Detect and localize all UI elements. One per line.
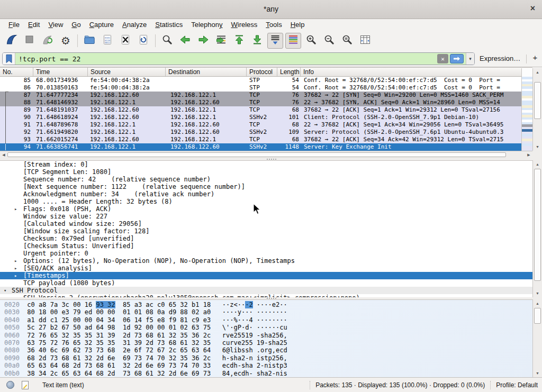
detail-line[interactable]: ▾SSH Protocol (0, 287, 532, 294)
menu-go[interactable]: Go (67, 20, 85, 30)
scroll-left-icon[interactable]: ◀ (0, 151, 7, 158)
go-to-packet-button[interactable] (213, 33, 229, 49)
scrollbar-thumb[interactable] (7, 152, 506, 157)
hex-row[interactable]: 0050 5c 27 b2 67 50 ad 64 98 1d 92 00 00… (4, 324, 532, 331)
filter-apply-button[interactable] (450, 54, 464, 63)
menu-telephony[interactable]: Telephony (187, 20, 227, 30)
filter-value[interactable]: !tcp.port == 22 (19, 55, 437, 63)
restart-capture-button[interactable] (40, 33, 56, 49)
scrollbar-thumb[interactable] (534, 169, 541, 281)
hex-row[interactable]: 0020 c0 a8 7a 3c 00 16 93 32 85 a3 ac c0… (4, 301, 532, 308)
hex-row[interactable]: 0090 68 2d 73 68 61 32 2d 6e 69 73 74 70… (4, 354, 532, 362)
column-header-destination[interactable]: Destination (166, 68, 247, 76)
filter-clear-button[interactable]: ✕ (437, 54, 448, 63)
detail-line[interactable]: ▸Options: (12 bytes), No-Operation (NOP)… (0, 257, 532, 265)
column-header-length[interactable]: Length (277, 68, 301, 76)
window-close-icon[interactable]: × (530, 4, 535, 13)
detail-line[interactable]: Acknowledgment number: 34 (relative ack … (0, 190, 532, 198)
detail-line[interactable]: ▸[Timestamps] (0, 272, 532, 279)
expand-arrow-icon[interactable]: ▸ (14, 265, 17, 272)
scroll-up-icon[interactable]: ▲ (533, 300, 542, 307)
menu-view[interactable]: View (44, 20, 67, 30)
hex-row[interactable]: 0070 63 75 72 76 65 32 35 35 31 39 2d 73… (4, 339, 532, 347)
expression-button[interactable]: Expression… (480, 54, 520, 62)
menu-capture[interactable]: Capture (85, 20, 118, 30)
packet-row[interactable]: 9371.662015274192.168.122.60192.168.122.… (0, 136, 521, 143)
detail-line[interactable]: TCP payload (1080 bytes) (0, 279, 532, 287)
detail-line[interactable]: Window size value: 227 (0, 213, 532, 220)
detail-line[interactable]: [Stream index: 0] (0, 161, 532, 168)
packet-list-hscrollbar[interactable]: ◀ ▶ (0, 151, 532, 158)
detail-line[interactable]: ▸[SEQ/ACK analysis] (0, 265, 532, 272)
capture-options-button[interactable]: ⚙ (58, 33, 74, 49)
colorize-packets-button[interactable] (285, 33, 301, 49)
profile-label[interactable]: Profile: Default (496, 381, 538, 389)
column-header-info[interactable]: Info (301, 68, 532, 76)
hex-row[interactable]: 0060 72 76 65 32 35 35 31 39 2d 73 68 61… (4, 332, 532, 339)
reload-capture-file-button[interactable] (136, 33, 151, 49)
packet-row[interactable]: 9071.648618924192.168.122.60192.168.122.… (0, 114, 521, 121)
packet-row[interactable]: 8771.647777234192.168.122.60192.168.122.… (0, 92, 521, 99)
selected-ascii[interactable]: ·2 (245, 301, 252, 308)
packet-row[interactable]: 8670.013850163fe:54:00:d4:38:2aSTP54Conf… (0, 84, 521, 92)
column-header-protocol[interactable]: Protocol (247, 68, 277, 76)
detail-vscrollbar[interactable]: ▲ ▼ (532, 160, 542, 297)
detail-line[interactable]: Sequence number: 42 (relative sequence n… (0, 176, 532, 183)
scroll-down-icon[interactable]: ▼ (533, 143, 542, 150)
display-filter-input[interactable]: !tcp.port == 22 ✕ ▾ (2, 52, 475, 65)
detail-line[interactable]: [TCP Segment Len: 1080] (0, 168, 532, 176)
capture-comment-icon[interactable] (22, 381, 29, 389)
column-header-time[interactable]: Time (33, 68, 88, 76)
detail-line[interactable]: 1000 .... = Header Length: 32 bytes (8) (0, 198, 532, 205)
hex-row[interactable]: 0030 80 18 00 e3 79 ed 00 00 01 01 08 0a… (4, 308, 532, 316)
packet-row[interactable]: 8971.648191037192.168.122.60192.168.122.… (0, 106, 521, 114)
scroll-down-icon[interactable]: ▼ (533, 290, 542, 297)
expert-info-icon[interactable] (6, 381, 14, 389)
packet-row[interactable]: 8568.001734936fe:54:00:d4:38:2aSTP54Conf… (0, 77, 521, 84)
zoom-in-button[interactable] (303, 33, 319, 49)
menu-analyze[interactable]: Analyze (118, 20, 151, 30)
detail-line[interactable]: Checksum: 0x79ed [unverified] (0, 235, 532, 242)
detail-line[interactable]: [Next sequence number: 1122 (relative se… (0, 183, 532, 190)
column-header-no[interactable]: No. (0, 68, 33, 76)
detail-line[interactable]: [Calculated window size: 29056] (0, 220, 532, 227)
selected-bytes[interactable]: 93 32 (96, 301, 115, 308)
menu-edit[interactable]: Edit (24, 20, 44, 30)
scroll-right-icon[interactable]: ▶ (525, 151, 532, 158)
hex-row[interactable]: 0040 a1 dd c1 25 00 00 04 34 06 14 f5 e8… (4, 316, 532, 324)
go-first-packet-button[interactable] (231, 33, 247, 49)
scroll-down-icon[interactable]: ▼ (533, 370, 542, 377)
scroll-up-icon[interactable]: ▲ (533, 69, 542, 76)
go-forward-button[interactable] (195, 33, 211, 49)
menu-file[interactable]: File (4, 20, 24, 30)
detail-line[interactable]: ▸Flags: 0x018 (PSH, ACK) (0, 205, 532, 213)
filter-history-dropdown[interactable]: ▾ (466, 53, 474, 65)
menu-wireless[interactable]: Wireless (227, 20, 262, 30)
close-capture-file-button[interactable] (118, 33, 133, 49)
packet-row[interactable]: 8871.648146932192.168.122.1192.168.122.6… (0, 99, 521, 106)
packet-row[interactable]: 9171.648789678192.168.122.1192.168.122.6… (0, 121, 521, 129)
hex-row[interactable]: 00b0 38 34 2c 65 63 64 68 2d 73 68 61 32… (4, 370, 532, 377)
column-header-source[interactable]: Source (88, 68, 166, 76)
menu-statistics[interactable]: Statistics (151, 20, 187, 30)
menu-help[interactable]: Help (286, 20, 309, 30)
bytes-vscrollbar[interactable]: ▲ ▼ (532, 299, 542, 377)
window-titlebar[interactable]: *any × (0, 0, 542, 19)
go-back-button[interactable] (177, 33, 193, 49)
collapse-arrow-icon[interactable]: ▾ (4, 287, 6, 294)
packet-row[interactable]: 9471.663856741192.168.122.1192.168.122.6… (0, 143, 521, 151)
detail-line[interactable]: [Window size scaling factor: 128] (0, 227, 532, 235)
detail-line[interactable]: [Checksum Status: Unverified] (0, 242, 532, 250)
packet-row[interactable]: 9271.661949820192.168.122.1192.168.122.6… (0, 129, 521, 136)
start-capture-button[interactable] (4, 33, 20, 49)
add-filter-button[interactable]: + (530, 53, 540, 62)
filter-text-area[interactable]: !tcp.port == 22 ✕ (15, 53, 466, 65)
open-capture-file-button[interactable] (82, 33, 97, 49)
expand-arrow-icon[interactable]: ▸ (14, 205, 17, 213)
auto-scroll-button[interactable] (267, 33, 283, 49)
detail-line[interactable]: Urgent pointer: 0 (0, 250, 532, 257)
save-capture-file-button[interactable]: 010101100011 (100, 33, 115, 49)
hex-row[interactable]: 0080 36 40 6c 69 62 73 73 68 2e 6f 72 67… (4, 347, 532, 354)
menu-tools[interactable]: Tools (261, 20, 286, 30)
expand-arrow-icon[interactable]: ▸ (14, 257, 17, 265)
